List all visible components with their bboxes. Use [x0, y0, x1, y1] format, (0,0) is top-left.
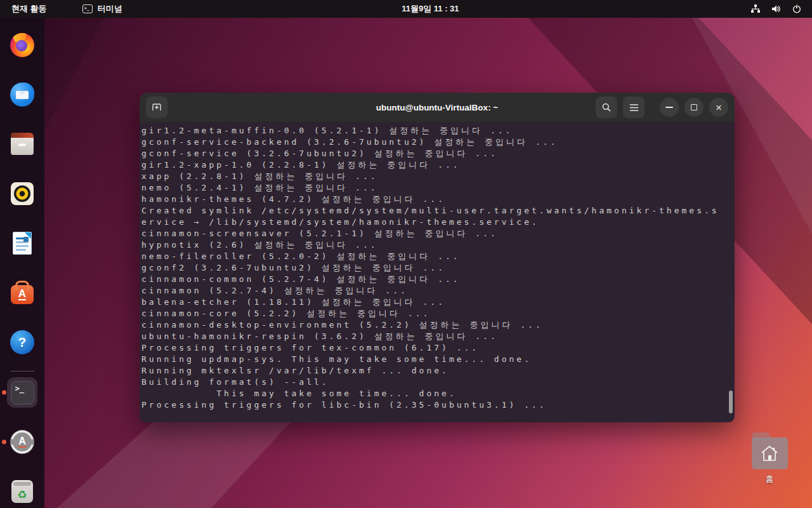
- terminal-line: gir1.2-xapp-1.0 (2.2.8-1) 설정하는 중입니다 ...: [141, 159, 735, 171]
- app-menu-button[interactable]: >_ 터미널: [76, 0, 129, 18]
- new-tab-button[interactable]: [146, 97, 167, 118]
- terminal-line: nemo-fileroller (5.2.0-2) 설정하는 중입니다 ...: [141, 251, 735, 262]
- app-menu-label: 터미널: [98, 3, 122, 15]
- files-icon: [11, 136, 34, 155]
- terminal-line: cinnamon-screensaver (5.2.1-1) 설정하는 중입니다…: [141, 228, 735, 239]
- home-folder-shortcut[interactable]: 홈: [750, 432, 789, 485]
- terminal-line: cinnamon-core (5.2.2) 설정하는 중입니다 ...: [141, 308, 735, 319]
- system-tray[interactable]: [750, 0, 812, 18]
- dock-item-help[interactable]: ?: [7, 327, 37, 358]
- running-indicator-dot: [2, 440, 6, 444]
- dock-item-rhythmbox[interactable]: [7, 178, 37, 209]
- window-title: ubuntu@ubuntu-VirtualBox: ~: [376, 103, 499, 112]
- firefox-icon: [10, 33, 34, 57]
- dock-item-firefox[interactable]: [7, 30, 37, 60]
- terminal-line: hamonikr-themes (4.7.2) 설정하는 중입니다 ...: [141, 194, 735, 205]
- terminal-line: hypnotix (2.6) 설정하는 중입니다 ...: [141, 239, 735, 251]
- dock: A ? >_ A ♻: [0, 18, 44, 508]
- dock-item-trash[interactable]: ♻: [7, 476, 37, 507]
- terminal-output[interactable]: gir1.2-meta-muffin-0.0 (5.2.1-1) 설정하는 중입…: [140, 122, 735, 422]
- terminal-scrollbar[interactable]: [729, 391, 733, 413]
- terminal-icon: >_: [82, 4, 93, 13]
- terminal-line: This may take some time... done.: [141, 388, 735, 399]
- terminal-line: Processing triggers for tex-common (6.17…: [141, 342, 735, 354]
- terminal-line: cinnamon-common (5.2.7-4) 설정하는 중입니다 ...: [141, 274, 735, 285]
- thunderbird-icon: [10, 83, 34, 107]
- terminal-line: Building format(s) --all.: [141, 377, 735, 388]
- dock-item-files[interactable]: [7, 129, 37, 159]
- dock-separator: [10, 371, 34, 371]
- terminal-app-icon: >_: [11, 381, 34, 404]
- home-folder-label: 홈: [750, 474, 789, 485]
- running-indicator-dot: [2, 391, 6, 395]
- terminal-line: ervice → /lib/systemd/system/hamonikr-th…: [141, 217, 735, 228]
- terminal-header[interactable]: ubuntu@ubuntu-VirtualBox: ~ ×: [140, 93, 735, 122]
- terminal-line: Running updmap-sys. This may take some t…: [141, 354, 735, 365]
- power-icon[interactable]: [792, 4, 802, 14]
- libreoffice-writer-icon: [13, 232, 32, 255]
- terminal-line: xapp (2.2.8-1) 설정하는 중입니다 ...: [141, 171, 735, 182]
- terminal-line: cinnamon-desktop-environment (5.2.2) 설정하…: [141, 319, 735, 331]
- dock-item-libreoffice-writer[interactable]: [7, 228, 37, 258]
- terminal-line: cinnamon (5.2.7-4) 설정하는 중입니다 ...: [141, 285, 735, 297]
- ubuntu-software-icon: A: [11, 285, 34, 304]
- help-icon: ?: [10, 330, 34, 354]
- dock-item-terminal[interactable]: >_: [7, 377, 37, 408]
- terminal-line: gir1.2-meta-muffin-0.0 (5.2.1-1) 설정하는 중입…: [141, 125, 735, 137]
- dock-item-software-updater[interactable]: A: [7, 427, 37, 457]
- top-bar: 현재 활동 >_ 터미널 11월9일 11 : 31: [0, 0, 812, 18]
- activities-button[interactable]: 현재 활동: [0, 0, 58, 18]
- dock-item-ubuntu-software[interactable]: A: [7, 277, 37, 308]
- terminal-line: Running mktexlsr /var/lib/texmf ... done…: [141, 365, 735, 377]
- dock-item-thunderbird[interactable]: [7, 79, 37, 110]
- rhythmbox-icon: [11, 182, 34, 205]
- software-updater-icon: A: [10, 430, 34, 454]
- terminal-line: ubuntu-hamonikr-respin (3.6.2) 설정하는 중입니다…: [141, 331, 735, 342]
- terminal-line: Processing triggers for libc-bin (2.35-0…: [141, 399, 735, 411]
- minimize-button[interactable]: [660, 98, 679, 117]
- terminal-line: balena-etcher (1.18.11) 설정하는 중입니다 ...: [141, 297, 735, 308]
- terminal-line: Created symlink /etc/systemd/system/mult…: [141, 205, 735, 217]
- maximize-button[interactable]: [684, 98, 704, 117]
- home-folder-icon: [752, 438, 788, 469]
- terminal-line: nemo (5.2.4-1) 설정하는 중입니다 ...: [141, 182, 735, 194]
- network-icon[interactable]: [750, 4, 761, 14]
- close-button[interactable]: ×: [709, 98, 728, 117]
- terminal-line: gconf2 (3.2.6-7ubuntu2) 설정하는 중입니다 ...: [141, 262, 735, 274]
- trash-icon: ♻: [11, 480, 33, 503]
- terminal-line: gconf-service-backend (3.2.6-7ubuntu2) 설…: [141, 137, 735, 148]
- menu-button[interactable]: [623, 97, 645, 118]
- terminal-window: ubuntu@ubuntu-VirtualBox: ~ × gir1.2-met…: [140, 93, 735, 422]
- search-button[interactable]: [596, 97, 617, 118]
- volume-icon[interactable]: [771, 4, 782, 14]
- terminal-line: gconf-service (3.2.6-7ubuntu2) 설정하는 중입니다…: [141, 148, 735, 159]
- clock-button[interactable]: 11월9일 11 : 31: [402, 0, 459, 18]
- terminal-prompt-line: ubuntu@ubuntu-VirtualBox:~$: [141, 411, 735, 422]
